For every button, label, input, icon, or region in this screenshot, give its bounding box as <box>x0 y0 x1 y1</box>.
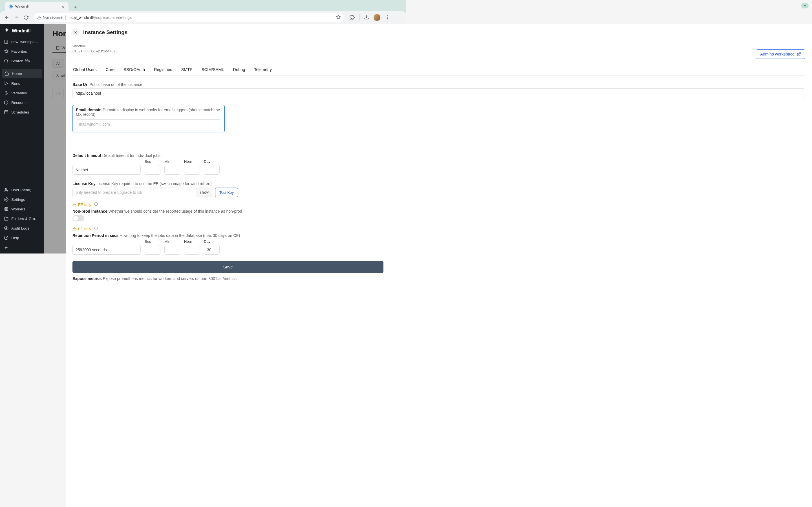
url: local_windmill/#superadmin-settings <box>68 15 132 20</box>
toolbar-right <box>350 14 390 21</box>
help-icon <box>4 235 8 240</box>
sidebar-item-favorites[interactable]: Favorites <box>0 47 44 56</box>
timeout-hour-input[interactable] <box>184 165 200 175</box>
sidebar-item-user[interactable]: User (henri) <box>0 185 44 194</box>
svg-point-26 <box>6 228 7 229</box>
sidebar-item-audit[interactable]: Audit Logs <box>0 223 44 233</box>
close-icon[interactable]: × <box>61 4 65 9</box>
sidebar-item-variables[interactable]: Variables <box>0 88 44 98</box>
timeout-min-input[interactable] <box>164 165 180 175</box>
menu-icon[interactable] <box>385 15 390 20</box>
sidebar-item-label: Workers <box>11 207 26 211</box>
sidebar-item-runs[interactable]: Runs <box>0 78 44 88</box>
sidebar: Windmill new_workspace... Favorites Sear… <box>0 24 44 253</box>
sidebar-item-schedules[interactable]: Schedules <box>0 107 44 117</box>
building-icon <box>4 40 8 44</box>
day-label: Day <box>204 159 220 164</box>
sidebar-item-label: User (henri) <box>11 188 31 192</box>
sidebar-item-home[interactable]: Home <box>2 69 42 78</box>
tab-core[interactable]: Core <box>105 64 115 75</box>
retention-sec-input[interactable] <box>145 245 160 253</box>
new-tab-button[interactable]: + <box>71 3 79 11</box>
ee-only-badge: EE only <box>72 202 98 207</box>
close-panel-button[interactable] <box>71 28 80 37</box>
sidebar-item-search[interactable]: Search ⌘k <box>0 56 44 66</box>
ee-only-badge: EE only <box>72 226 98 231</box>
tab-smtp[interactable]: SMTP <box>181 64 193 75</box>
tab-title: Windmill <box>15 4 58 8</box>
hour-label: Hour <box>184 239 200 244</box>
sec-label: Sec <box>145 239 160 244</box>
sidebar-item-label: Settings <box>11 198 25 202</box>
sidebar-item-resources[interactable]: Resources <box>0 98 44 107</box>
info-icon[interactable] <box>94 202 98 207</box>
retention-min-input[interactable] <box>164 245 180 253</box>
extensions-icon[interactable] <box>350 15 355 20</box>
logo[interactable]: Windmill <box>0 24 44 37</box>
gear-icon <box>4 197 8 202</box>
settings-tabs: Global Users Core SSO/OAuth Registries S… <box>72 64 406 75</box>
hour-label: Hour <box>184 159 200 164</box>
base-url-label: Base Url Public base url of the instance <box>72 82 406 87</box>
tab-global-users[interactable]: Global Users <box>72 64 97 75</box>
ee-only-label: EE only <box>78 227 91 231</box>
timeout-sec-input[interactable] <box>145 165 160 175</box>
browser-tab[interactable]: Windmill × <box>5 2 68 11</box>
reload-button[interactable] <box>22 13 30 21</box>
retention-day-input[interactable] <box>204 245 220 253</box>
svg-rect-6 <box>5 40 8 43</box>
retention-hour-input[interactable] <box>184 245 200 253</box>
timeout-notset-input[interactable] <box>72 165 141 175</box>
svg-point-22 <box>5 188 7 189</box>
home-icon <box>4 71 9 76</box>
warning-icon <box>72 227 77 231</box>
sidebar-item-label: Home <box>12 71 22 76</box>
sidebar-item-help[interactable]: Help <box>0 233 44 242</box>
base-url-input[interactable] <box>72 89 406 98</box>
tab-registries[interactable]: Registries <box>153 64 172 75</box>
tab-debug[interactable]: Debug <box>233 64 246 75</box>
windmill-favicon-icon <box>8 4 13 9</box>
star-icon[interactable] <box>336 15 341 20</box>
sidebar-item-label: Folders & Groups... <box>11 217 40 221</box>
windmill-logo-icon <box>4 27 10 34</box>
min-label: Min <box>164 239 180 244</box>
svg-point-5 <box>387 18 388 19</box>
timeout-day-input[interactable] <box>204 165 220 175</box>
collapse-sidebar-button[interactable] <box>0 242 44 253</box>
sidebar-item-folders[interactable]: Folders & Groups... <box>0 214 44 223</box>
retention-value-input[interactable] <box>72 245 141 253</box>
sidebar-item-workers[interactable]: Workers <box>0 204 44 214</box>
back-button[interactable] <box>3 13 11 21</box>
sidebar-item-settings[interactable]: Settings <box>0 194 44 204</box>
sidebar-item-workspace[interactable]: new_workspace... <box>0 37 44 47</box>
tab-telemetry[interactable]: Telemetry <box>253 64 272 75</box>
chevron-left-icon <box>4 245 8 250</box>
sidebar-item-label: Search ⌘k <box>11 59 30 63</box>
sidebar-item-label: Schedules <box>11 110 29 114</box>
test-key-button[interactable]: Test Key <box>215 187 238 197</box>
omnibox[interactable]: Non sécurisé local_windmill/#superadmin-… <box>34 13 344 22</box>
tab-sso-oauth[interactable]: SSO/OAuth <box>123 64 146 75</box>
avatar[interactable] <box>373 14 380 21</box>
eye-icon <box>4 226 8 230</box>
license-input[interactable] <box>72 187 196 197</box>
cpu-icon <box>4 207 8 211</box>
instance-settings-panel: Instance Settings Windmill CE v1.383.1-1… <box>66 24 406 253</box>
show-license-button[interactable]: show <box>196 187 212 197</box>
email-domain-full-input <box>72 137 406 147</box>
svg-marker-13 <box>4 49 8 53</box>
license-label: License Key License Key required to use … <box>72 181 406 186</box>
svg-point-23 <box>6 199 7 200</box>
svg-line-15 <box>7 62 8 62</box>
warning-icon <box>72 203 77 207</box>
nonprod-toggle[interactable] <box>72 215 84 221</box>
downloads-icon[interactable] <box>364 15 369 20</box>
svg-rect-18 <box>4 111 8 114</box>
email-domain-input[interactable] <box>76 119 221 129</box>
tab-scim-saml[interactable]: SCIM/SAML <box>201 64 225 75</box>
svg-rect-24 <box>5 208 8 211</box>
info-icon[interactable] <box>94 226 98 231</box>
insecure-badge[interactable]: Non sécurisé <box>37 15 66 20</box>
logo-text: Windmill <box>12 29 31 34</box>
